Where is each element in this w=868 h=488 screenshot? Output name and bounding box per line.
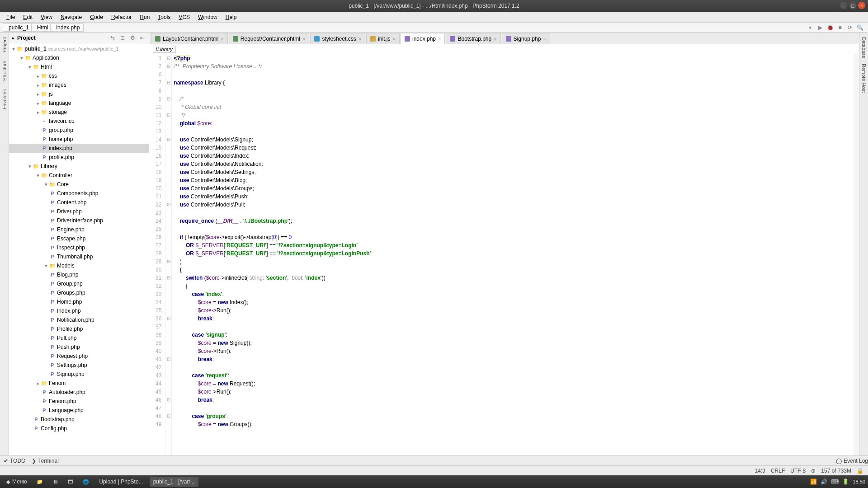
- update-icon[interactable]: ⟳: [846, 24, 854, 31]
- breadcrumb-item[interactable]: index.php: [50, 23, 84, 32]
- tree-file[interactable]: Pprofile.php: [9, 153, 149, 162]
- line-separator[interactable]: CRLF: [771, 468, 785, 474]
- tray-volume-icon[interactable]: 🔊: [821, 479, 827, 485]
- tree-folder[interactable]: ▸📁Fenom: [9, 379, 149, 388]
- tree-file[interactable]: PNotification.php: [9, 315, 149, 324]
- taskbar-launcher-4[interactable]: 🌐: [79, 477, 93, 487]
- tree-file[interactable]: PBootstrap.php: [9, 415, 149, 424]
- tree-file[interactable]: PPush.php: [9, 343, 149, 352]
- menu-navigate[interactable]: Navigate: [57, 13, 85, 21]
- tree-file[interactable]: PInspect.php: [9, 243, 149, 252]
- menu-file[interactable]: File: [3, 13, 19, 21]
- tray-clock[interactable]: 18:50: [853, 479, 865, 484]
- taskbar-launcher-2[interactable]: 🖥: [49, 477, 61, 487]
- close-tab-icon[interactable]: ×: [393, 36, 396, 42]
- tree-file[interactable]: PGroups.php: [9, 288, 149, 297]
- editor-tab[interactable]: Bootstrap.php×: [446, 33, 500, 44]
- menu-view[interactable]: View: [37, 13, 56, 21]
- menu-help[interactable]: Help: [222, 13, 241, 21]
- menu-tools[interactable]: Tools: [154, 13, 174, 21]
- tree-folder[interactable]: ▸📁js: [9, 89, 149, 99]
- menu-refactor[interactable]: Refactor: [108, 13, 135, 21]
- close-button[interactable]: ×: [858, 2, 865, 9]
- editor-tab[interactable]: init.js×: [366, 33, 400, 44]
- debug-icon[interactable]: 🐞: [826, 24, 834, 31]
- terminal-tool-button[interactable]: ❯Terminal: [32, 458, 58, 464]
- tray-keyboard-icon[interactable]: ⌨: [831, 479, 839, 485]
- tree-folder[interactable]: ▼📁Application: [9, 53, 149, 62]
- close-tab-icon[interactable]: ×: [302, 36, 305, 42]
- tree-file[interactable]: PGroup.php: [9, 279, 149, 288]
- tree-file[interactable]: PRequest.php: [9, 352, 149, 361]
- editor-tab[interactable]: Layout/Container.phtml×: [151, 33, 228, 44]
- taskbar-app-1[interactable]: Upload | PhpSto...: [95, 477, 146, 487]
- hide-icon[interactable]: ⇤: [139, 35, 146, 41]
- tree-folder[interactable]: ▼📁Html: [9, 62, 149, 71]
- collapse-all-icon[interactable]: ⊟: [119, 35, 126, 41]
- tree-file[interactable]: PEscape.php: [9, 234, 149, 243]
- error-stripe[interactable]: [854, 54, 859, 455]
- tree-folder[interactable]: ▼📁Library: [9, 162, 149, 171]
- tray-network-icon[interactable]: 📶: [810, 479, 817, 485]
- os-menu-button[interactable]: ◆ Меню: [3, 477, 30, 487]
- menu-vcs[interactable]: VCS: [175, 13, 193, 21]
- tree-file[interactable]: PDriver.php: [9, 207, 149, 216]
- maximize-button[interactable]: ◻: [849, 2, 856, 9]
- tree-file[interactable]: PProfile.php: [9, 324, 149, 333]
- tree-file[interactable]: PThumbnail.php: [9, 252, 149, 261]
- tree-file[interactable]: PIndex.php: [9, 306, 149, 315]
- minimize-button[interactable]: –: [840, 2, 847, 9]
- taskbar-app-2[interactable]: public_1 - [/var/...: [150, 477, 198, 487]
- code-editor[interactable]: 1267891011121314151617181920212223242526…: [149, 54, 859, 455]
- run-config-dropdown-icon[interactable]: ▾: [807, 24, 814, 31]
- search-icon[interactable]: 🔍: [856, 24, 863, 31]
- project-view-selector[interactable]: ▸: [12, 35, 14, 41]
- tree-file[interactable]: PContent.php: [9, 198, 149, 207]
- tree-folder[interactable]: ▼📁Controller: [9, 171, 149, 180]
- tool-tab-structure[interactable]: Structure: [1, 58, 8, 84]
- tree-folder[interactable]: ▼📁Core: [9, 180, 149, 189]
- tree-file[interactable]: PEngine.php: [9, 225, 149, 234]
- tree-file[interactable]: PDriverInterface.php: [9, 216, 149, 225]
- close-tab-icon[interactable]: ×: [359, 36, 361, 42]
- tree-file[interactable]: PConfig.php: [9, 424, 149, 433]
- project-root[interactable]: ▼📁 public_1 sources root, /var/www/publi…: [9, 44, 149, 53]
- tree-file[interactable]: Phome.php: [9, 135, 149, 144]
- tool-tab-project[interactable]: Project: [1, 34, 8, 55]
- editor-tab[interactable]: stylesheet.css×: [310, 33, 365, 44]
- context-icon[interactable]: ⊕: [811, 468, 816, 474]
- tree-file[interactable]: Pindex.php: [9, 144, 149, 153]
- tree-folder[interactable]: ▼📁Models: [9, 261, 149, 270]
- tool-tab-database[interactable]: Database: [860, 34, 868, 61]
- tree-file[interactable]: PHome.php: [9, 297, 149, 306]
- tree-folder[interactable]: ▸📁storage: [9, 108, 149, 117]
- gear-icon[interactable]: ⚙: [129, 35, 136, 41]
- menu-window[interactable]: Window: [194, 13, 221, 21]
- tool-tab-favorites[interactable]: Favorites: [1, 86, 8, 112]
- tree-file[interactable]: PComponents.php: [9, 189, 149, 198]
- file-encoding[interactable]: UTF-8: [790, 468, 806, 474]
- event-log-button[interactable]: ◯Event Log: [836, 458, 868, 464]
- todo-tool-button[interactable]: ✔TODO: [4, 458, 25, 464]
- tree-file[interactable]: PAutoloader.php: [9, 388, 149, 397]
- tool-tab-remote-host[interactable]: Remote Host: [860, 61, 868, 95]
- tray-battery-icon[interactable]: 🔋: [842, 479, 849, 485]
- editor-tab[interactable]: Request/Container.phtml×: [229, 33, 310, 44]
- tree-folder[interactable]: ▸📁language: [9, 99, 149, 108]
- tree-file[interactable]: PLanguage.php: [9, 406, 149, 415]
- menu-run[interactable]: Run: [136, 13, 153, 21]
- editor-tab[interactable]: index.php×: [401, 33, 445, 44]
- tree-file[interactable]: ▫favicon.ico: [9, 117, 149, 126]
- tree-file[interactable]: Pgroup.php: [9, 126, 149, 135]
- breadcrumb-item[interactable]: Html: [31, 23, 52, 32]
- lock-icon[interactable]: 🔒: [857, 468, 863, 474]
- tree-file[interactable]: PSignup.php: [9, 370, 149, 379]
- run-icon[interactable]: ▶: [816, 24, 824, 31]
- stop-icon[interactable]: ■: [836, 24, 844, 31]
- breadcrumb-item[interactable]: public_1: [3, 23, 33, 32]
- scope-namespace[interactable]: \Library: [153, 46, 176, 53]
- close-tab-icon[interactable]: ×: [494, 36, 496, 42]
- close-tab-icon[interactable]: ×: [221, 36, 223, 42]
- menu-edit[interactable]: Edit: [19, 13, 36, 21]
- tree-folder[interactable]: ▸📁css: [9, 71, 149, 80]
